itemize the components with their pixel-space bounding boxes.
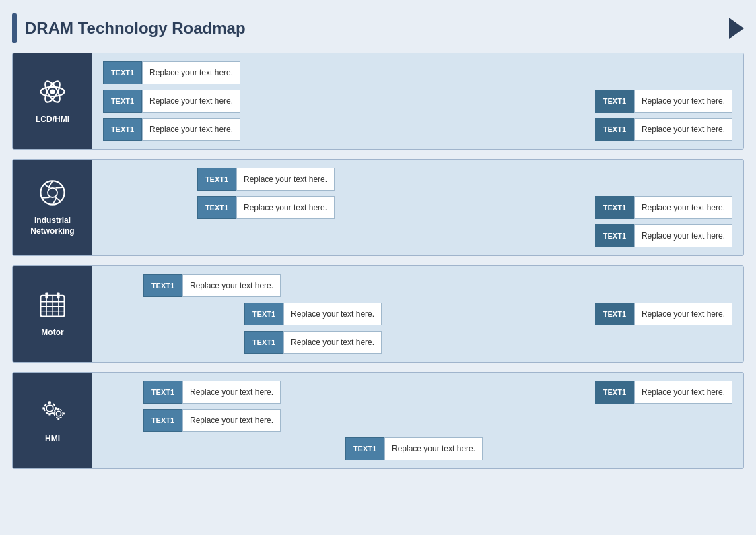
calendar-icon: [38, 290, 67, 322]
text-box: Replace your text here.: [142, 61, 240, 84]
section-label-motor: Motor: [13, 266, 92, 362]
svg-rect-34: [63, 413, 65, 415]
text-box: Replace your text here.: [283, 331, 382, 354]
svg-point-23: [46, 405, 53, 412]
text-item: TEXT1 Replace your text here.: [103, 118, 240, 141]
text-item: TEXT1 Replace your text here.: [244, 303, 382, 325]
header-accent: [12, 13, 17, 43]
text-item: TEXT1 Replace your text here.: [595, 381, 732, 404]
text-box: Replace your text here.: [182, 409, 281, 432]
text-badge: TEXT1: [244, 331, 283, 354]
text-item: TEXT1 Replace your text here.: [103, 61, 240, 84]
svg-line-10: [42, 197, 50, 198]
aperture-icon: [38, 178, 67, 210]
header: DRAM Technology Roadmap: [12, 7, 744, 53]
text-badge: TEXT1: [595, 196, 634, 219]
section-motor: Motor TEXT1 Replace your text here. TEXT…: [12, 265, 744, 363]
section-label-industrial: IndustrialNetworking: [13, 160, 92, 255]
text-badge: TEXT1: [143, 409, 182, 432]
text-item: TEXT1 Replace your text here.: [244, 331, 382, 354]
row-line: TEXT1 Replace your text here.: [103, 61, 732, 84]
text-item: TEXT1 Replace your text here.: [595, 303, 732, 325]
text-badge: TEXT1: [103, 90, 142, 113]
text-box: Replace your text here.: [236, 196, 335, 219]
text-box: Replace your text here.: [182, 274, 281, 297]
svg-rect-21: [45, 293, 48, 299]
row-line: TEXT1 Replace your text here. TEXT1 Repl…: [103, 90, 732, 113]
text-badge: TEXT1: [143, 381, 182, 404]
text-box: Replace your text here.: [634, 196, 732, 219]
text-badge: TEXT1: [345, 437, 384, 460]
section-industrial-networking: IndustrialNetworking TEXT1 Replace your …: [12, 159, 744, 256]
row-line: TEXT1 Replace your text here.: [103, 331, 732, 354]
text-badge: TEXT1: [197, 196, 236, 219]
row-line: TEXT1 Replace your text here.: [103, 409, 732, 432]
gears-icon: [38, 396, 67, 429]
svg-rect-30: [55, 407, 57, 409]
section-label-hmi: HMI: [13, 373, 92, 468]
text-item: TEXT1 Replace your text here.: [595, 90, 732, 113]
section-name-lcd-hmi: LCD/HMI: [36, 115, 69, 125]
text-item: TEXT1 Replace your text here.: [595, 224, 732, 247]
text-item: TEXT1 Replace your text here.: [143, 274, 281, 297]
section-lcd-hmi: LCD/HMI TEXT1 Replace your text here. TE…: [12, 53, 744, 150]
text-badge: TEXT1: [595, 303, 634, 325]
section-content-lcd-hmi: TEXT1 Replace your text here. TEXT1 Repl…: [92, 53, 743, 149]
text-badge: TEXT1: [595, 90, 634, 113]
text-badge: TEXT1: [244, 303, 283, 325]
atom-icon: [38, 77, 67, 109]
text-item: TEXT1 Replace your text here.: [197, 168, 335, 191]
row-line: TEXT1 Replace your text here. TEXT1 Repl…: [103, 118, 732, 141]
text-box: Replace your text here.: [236, 168, 335, 191]
text-box: Replace your text here.: [634, 118, 732, 141]
section-label-lcd-hmi: LCD/HMI: [13, 53, 92, 149]
text-box: Replace your text here.: [283, 303, 382, 325]
section-content-industrial: TEXT1 Replace your text here. TEXT1 Repl…: [92, 160, 743, 255]
row-line: TEXT1 Replace your text here.: [103, 274, 732, 297]
text-item: TEXT1 Replace your text here.: [143, 381, 281, 404]
text-item: TEXT1 Replace your text here.: [595, 196, 732, 219]
text-box: Replace your text here.: [384, 437, 483, 460]
svg-rect-32: [57, 418, 59, 420]
section-content-hmi: TEXT1 Replace your text here. TEXT1 Repl…: [92, 373, 743, 468]
text-item: TEXT1 Replace your text here.: [197, 196, 335, 219]
svg-point-3: [50, 90, 55, 94]
row-line: TEXT1 Replace your text here. TEXT1 Repl…: [103, 196, 732, 219]
row-line: TEXT1 Replace your text here.: [103, 224, 732, 247]
text-box: Replace your text here.: [182, 381, 281, 404]
svg-rect-31: [57, 408, 59, 410]
svg-rect-27: [48, 402, 50, 404]
text-item: TEXT1 Replace your text here.: [103, 90, 240, 113]
page-container: DRAM Technology Roadmap LCD/HMI TEXT1: [0, 0, 756, 535]
text-badge: TEXT1: [595, 118, 634, 141]
text-box: Replace your text here.: [634, 90, 732, 113]
text-item: TEXT1 Replace your text here.: [595, 118, 732, 141]
svg-line-11: [44, 184, 50, 188]
text-badge: TEXT1: [103, 61, 142, 84]
text-item: TEXT1 Replace your text here.: [345, 437, 483, 460]
svg-rect-28: [48, 413, 50, 415]
svg-point-5: [48, 188, 57, 197]
svg-line-7: [55, 187, 63, 188]
svg-rect-33: [53, 413, 55, 415]
section-name-hmi: HMI: [45, 434, 60, 445]
row-line: TEXT1 Replace your text here.: [103, 437, 732, 460]
section-content-motor: TEXT1 Replace your text here. TEXT1 Repl…: [92, 266, 743, 362]
section-hmi: HMI TEXT1 Replace your text here. TEXT1 …: [12, 372, 744, 469]
text-badge: TEXT1: [143, 274, 182, 297]
svg-point-26: [54, 410, 63, 418]
svg-rect-22: [57, 293, 59, 299]
text-box: Replace your text here.: [634, 381, 732, 404]
text-badge: TEXT1: [595, 381, 634, 404]
svg-point-25: [56, 412, 61, 416]
row-line: TEXT1 Replace your text here. TEXT1 Repl…: [103, 381, 732, 404]
text-box: Replace your text here.: [142, 118, 240, 141]
row-line: TEXT1 Replace your text here.: [103, 168, 732, 191]
text-box: Replace your text here.: [142, 90, 240, 113]
text-badge: TEXT1: [103, 118, 142, 141]
text-box: Replace your text here.: [634, 303, 732, 325]
text-badge: TEXT1: [197, 168, 236, 191]
text-item: TEXT1 Replace your text here.: [143, 409, 281, 432]
page-title: DRAM Technology Roadmap: [25, 19, 716, 38]
row-line: TEXT1 Replace your text here. TEXT1 Repl…: [103, 303, 732, 325]
